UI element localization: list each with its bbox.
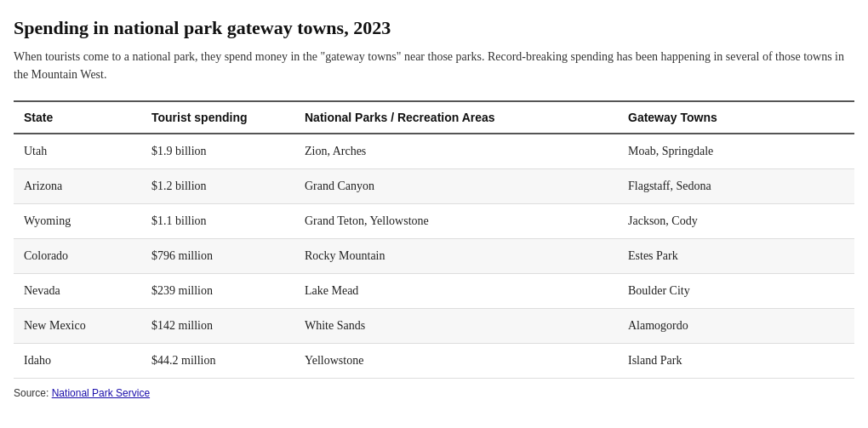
source-text: Source: National Park Service xyxy=(14,387,854,399)
table-row: Idaho$44.2 millionYellowstoneIsland Park xyxy=(14,344,854,379)
cell-state: Arizona xyxy=(14,169,141,204)
header-parks: National Parks / Recreation Areas xyxy=(294,101,618,134)
cell-spending: $796 million xyxy=(141,239,294,274)
table-row: New Mexico$142 millionWhite SandsAlamogo… xyxy=(14,309,854,344)
source-label: Source: xyxy=(14,387,52,399)
cell-parks: Zion, Arches xyxy=(294,134,618,169)
cell-towns: Alamogordo xyxy=(618,309,854,344)
cell-parks: Yellowstone xyxy=(294,344,618,379)
cell-state: Wyoming xyxy=(14,204,141,239)
header-spending: Tourist spending xyxy=(141,101,294,134)
cell-state: Colorado xyxy=(14,239,141,274)
table-row: Utah$1.9 billionZion, ArchesMoab, Spring… xyxy=(14,134,854,169)
cell-parks: Lake Mead xyxy=(294,274,618,309)
cell-towns: Estes Park xyxy=(618,239,854,274)
cell-spending: $142 million xyxy=(141,309,294,344)
cell-parks: Grand Teton, Yellowstone xyxy=(294,204,618,239)
cell-spending: $1.1 billion xyxy=(141,204,294,239)
cell-state: Idaho xyxy=(14,344,141,379)
cell-spending: $239 million xyxy=(141,274,294,309)
cell-state: New Mexico xyxy=(14,309,141,344)
cell-towns: Jackson, Cody xyxy=(618,204,854,239)
cell-parks: White Sands xyxy=(294,309,618,344)
table-row: Colorado$796 millionRocky MountainEstes … xyxy=(14,239,854,274)
page-title: Spending in national park gateway towns,… xyxy=(14,17,854,39)
cell-spending: $1.9 billion xyxy=(141,134,294,169)
table-row: Arizona$1.2 billionGrand CanyonFlagstaff… xyxy=(14,169,854,204)
cell-towns: Boulder City xyxy=(618,274,854,309)
header-towns: Gateway Towns xyxy=(618,101,854,134)
cell-parks: Grand Canyon xyxy=(294,169,618,204)
header-state: State xyxy=(14,101,141,134)
cell-towns: Moab, Springdale xyxy=(618,134,854,169)
cell-spending: $1.2 billion xyxy=(141,169,294,204)
subtitle: When tourists come to a national park, t… xyxy=(14,48,854,83)
cell-towns: Flagstaff, Sedona xyxy=(618,169,854,204)
table-header-row: State Tourist spending National Parks / … xyxy=(14,101,854,134)
table-row: Wyoming$1.1 billionGrand Teton, Yellowst… xyxy=(14,204,854,239)
data-table: State Tourist spending National Parks / … xyxy=(14,100,854,379)
table-row: Nevada$239 millionLake MeadBoulder City xyxy=(14,274,854,309)
cell-state: Utah xyxy=(14,134,141,169)
cell-parks: Rocky Mountain xyxy=(294,239,618,274)
source-link[interactable]: National Park Service xyxy=(52,387,150,399)
cell-spending: $44.2 million xyxy=(141,344,294,379)
cell-towns: Island Park xyxy=(618,344,854,379)
cell-state: Nevada xyxy=(14,274,141,309)
